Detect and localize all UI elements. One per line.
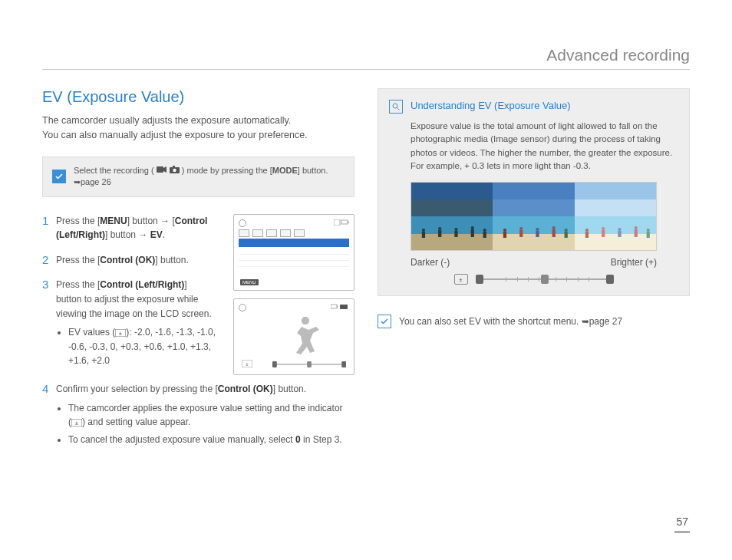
svg-point-22: [422, 229, 425, 232]
svg-rect-25: [438, 230, 441, 237]
svg-rect-31: [483, 232, 486, 238]
step-2: 2 Press the [Control (OK)] button.: [42, 253, 354, 268]
preview-dark-beach: [411, 216, 493, 250]
svg-point-46: [618, 228, 621, 231]
right-column: Understanding EV (Exposure Value) Exposu…: [378, 88, 690, 460]
footnote: You can also set EV with the shortcut me…: [378, 315, 690, 328]
svg-rect-29: [471, 229, 474, 237]
svg-rect-0: [157, 166, 163, 173]
step-number: 2: [42, 253, 56, 268]
svg-point-36: [536, 228, 539, 231]
svg-rect-51: [646, 232, 649, 238]
preview-mid-sky: [493, 183, 574, 216]
brighter-label: Brighter (+): [611, 257, 657, 268]
svg-rect-35: [519, 230, 523, 237]
svg-point-34: [519, 227, 523, 230]
svg-rect-23: [422, 232, 425, 238]
svg-rect-2: [173, 166, 175, 167]
section-title: EV (Exposure Value): [42, 88, 354, 106]
svg-rect-45: [602, 230, 605, 237]
prerequisite-note: Select the recording ( ) mode by pressin…: [42, 156, 354, 197]
footnote-text: You can also set EV with the shortcut me…: [399, 316, 622, 327]
ev-scale-slider: [476, 275, 614, 283]
svg-rect-47: [618, 231, 621, 237]
svg-line-21: [397, 108, 400, 110]
svg-point-50: [646, 229, 649, 232]
svg-text:±: ±: [119, 331, 122, 336]
svg-point-42: [585, 229, 588, 232]
preview-bright-sky: [575, 183, 656, 216]
step-number: 3: [42, 278, 56, 371]
svg-point-48: [634, 226, 637, 229]
svg-point-3: [173, 169, 176, 172]
preview-mid-beach: [493, 216, 574, 250]
magnifier-icon: [389, 100, 403, 114]
note-text: Select the recording ( ) mode by pressin…: [74, 165, 345, 189]
note-icon: [378, 315, 391, 328]
svg-point-40: [565, 229, 568, 232]
step-number: 4: [42, 382, 56, 450]
info-title: Understanding EV (Exposure Value): [411, 100, 571, 114]
svg-point-24: [438, 227, 441, 230]
svg-rect-33: [503, 232, 506, 238]
svg-text:±: ±: [75, 420, 78, 426]
step-3: 3 Press the [Control (Left/Right)] butto…: [42, 278, 354, 371]
exposure-preview-images: [411, 182, 657, 251]
svg-point-44: [602, 227, 605, 230]
darker-label: Darker (-): [411, 257, 450, 268]
ev-indicator-icon: ±: [115, 327, 126, 338]
left-column: EV (Exposure Value) The camcorder usuall…: [42, 88, 354, 460]
chapter-title: Advanced recording: [42, 46, 690, 70]
svg-point-38: [552, 226, 556, 229]
svg-rect-37: [536, 231, 539, 237]
video-mode-icon: [157, 165, 167, 176]
ev-indicator-icon: ±: [454, 274, 468, 285]
svg-point-30: [483, 229, 486, 232]
svg-point-26: [454, 228, 457, 231]
intro-text: The camcorder usually adjusts the exposu…: [42, 114, 354, 143]
step-number: 1: [42, 214, 56, 242]
svg-rect-39: [552, 229, 556, 237]
svg-rect-49: [634, 229, 637, 237]
page-number: 57: [674, 516, 690, 533]
info-body: Exposure value is the total amount of li…: [411, 120, 678, 173]
svg-point-32: [503, 229, 506, 232]
svg-rect-41: [565, 232, 568, 238]
check-icon: [52, 170, 66, 183]
photo-mode-icon: [170, 165, 180, 176]
svg-rect-27: [454, 231, 457, 237]
svg-point-28: [471, 226, 474, 229]
svg-rect-43: [585, 232, 588, 238]
step-1: 1 Press the [MENU] button → [Control (Le…: [42, 214, 354, 242]
ev-indicator-icon: ±: [71, 417, 82, 427]
preview-bright-beach: [575, 216, 656, 250]
step-4: 4 Confirm your selection by pressing the…: [42, 382, 354, 450]
preview-dark-sky: [411, 183, 493, 216]
svg-point-20: [393, 104, 397, 108]
understanding-ev-box: Understanding EV (Exposure Value) Exposu…: [378, 88, 690, 296]
